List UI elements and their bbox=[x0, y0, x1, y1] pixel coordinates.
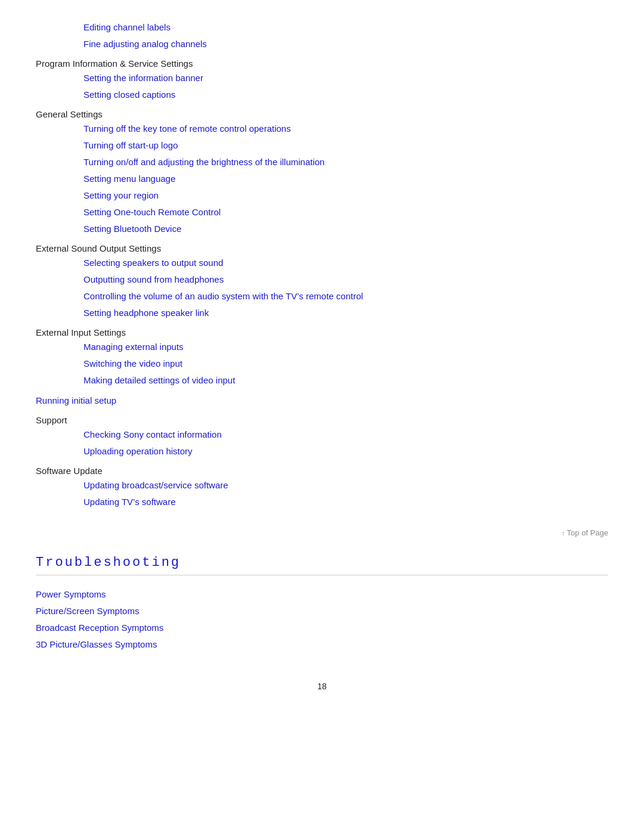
top-of-page-arrow-icon: ↑ bbox=[562, 529, 565, 537]
toc-section-software-update: Software Update Updating broadcast/servi… bbox=[36, 466, 608, 509]
toc-section-top: Editing channel labels Fine adjusting an… bbox=[36, 20, 608, 51]
link-setting-menu-language[interactable]: Setting menu language bbox=[83, 172, 608, 186]
category-program-info: Program Information & Service Settings bbox=[36, 58, 608, 69]
link-uploading-operation-history[interactable]: Uploading operation history bbox=[83, 444, 608, 459]
troubleshooting-section: Troubleshooting Power Symptoms Picture/S… bbox=[36, 555, 608, 652]
link-setting-information-banner[interactable]: Setting the information banner bbox=[83, 71, 608, 85]
link-making-detailed-settings[interactable]: Making detailed settings of video input bbox=[83, 373, 608, 388]
page-number: 18 bbox=[36, 682, 608, 691]
link-3d-picture-glasses-symptoms[interactable]: 3D Picture/Glasses Symptoms bbox=[36, 637, 608, 652]
toc-section-external-input: External Input Settings Managing externa… bbox=[36, 327, 608, 388]
link-setting-headphone-speaker-link[interactable]: Setting headphone speaker link bbox=[83, 306, 608, 320]
link-power-symptoms[interactable]: Power Symptoms bbox=[36, 587, 608, 602]
toc-section-support: Support Checking Sony contact informatio… bbox=[36, 415, 608, 459]
link-switching-video-input[interactable]: Switching the video input bbox=[83, 357, 608, 371]
category-support: Support bbox=[36, 415, 608, 425]
toc-section-program-info: Program Information & Service Settings S… bbox=[36, 58, 608, 102]
link-checking-sony-contact[interactable]: Checking Sony contact information bbox=[83, 428, 608, 442]
link-selecting-speakers[interactable]: Selecting speakers to output sound bbox=[83, 256, 608, 270]
link-managing-external-inputs[interactable]: Managing external inputs bbox=[83, 340, 608, 354]
link-fine-adjusting-analog[interactable]: Fine adjusting analog channels bbox=[83, 37, 608, 51]
link-updating-tv-software[interactable]: Updating TV’s software bbox=[83, 495, 608, 509]
toc-section-external-sound: External Sound Output Settings Selecting… bbox=[36, 243, 608, 320]
link-controlling-volume-audio-system[interactable]: Controlling the volume of an audio syste… bbox=[83, 289, 608, 304]
top-of-page-link[interactable]: ↑ Top of Page bbox=[562, 528, 608, 537]
toc-section-running-initial: Running initial setup bbox=[36, 394, 608, 408]
link-setting-your-region[interactable]: Setting your region bbox=[83, 188, 608, 203]
link-turning-off-key-tone[interactable]: Turning off the key tone of remote contr… bbox=[83, 122, 608, 136]
link-setting-bluetooth-device[interactable]: Setting Bluetooth Device bbox=[83, 222, 608, 236]
link-picture-screen-symptoms[interactable]: Picture/Screen Symptoms bbox=[36, 604, 608, 618]
category-software-update: Software Update bbox=[36, 466, 608, 476]
top-of-page-container: ↑ Top of Page bbox=[36, 527, 608, 537]
troubleshooting-title: Troubleshooting bbox=[36, 555, 608, 570]
category-external-sound: External Sound Output Settings bbox=[36, 243, 608, 253]
link-setting-closed-captions[interactable]: Setting closed captions bbox=[83, 88, 608, 102]
link-turning-off-startup-logo[interactable]: Turning off start-up logo bbox=[83, 138, 608, 153]
link-running-initial-setup[interactable]: Running initial setup bbox=[36, 394, 608, 408]
troubleshooting-links: Power Symptoms Picture/Screen Symptoms B… bbox=[36, 587, 608, 652]
link-editing-channel-labels[interactable]: Editing channel labels bbox=[83, 20, 608, 35]
link-outputting-sound-headphones[interactable]: Outputting sound from headphones bbox=[83, 272, 608, 287]
link-updating-broadcast-software[interactable]: Updating broadcast/service software bbox=[83, 478, 608, 493]
category-general-settings: General Settings bbox=[36, 109, 608, 119]
category-external-input: External Input Settings bbox=[36, 327, 608, 337]
link-setting-one-touch-remote[interactable]: Setting One-touch Remote Control bbox=[83, 205, 608, 219]
top-of-page-label: Top of Page bbox=[567, 528, 608, 537]
link-broadcast-reception-symptoms[interactable]: Broadcast Reception Symptoms bbox=[36, 621, 608, 635]
toc-section-general-settings: General Settings Turning off the key ton… bbox=[36, 109, 608, 236]
link-turning-on-off-brightness[interactable]: Turning on/off and adjusting the brightn… bbox=[83, 155, 608, 169]
section-divider bbox=[36, 575, 608, 575]
